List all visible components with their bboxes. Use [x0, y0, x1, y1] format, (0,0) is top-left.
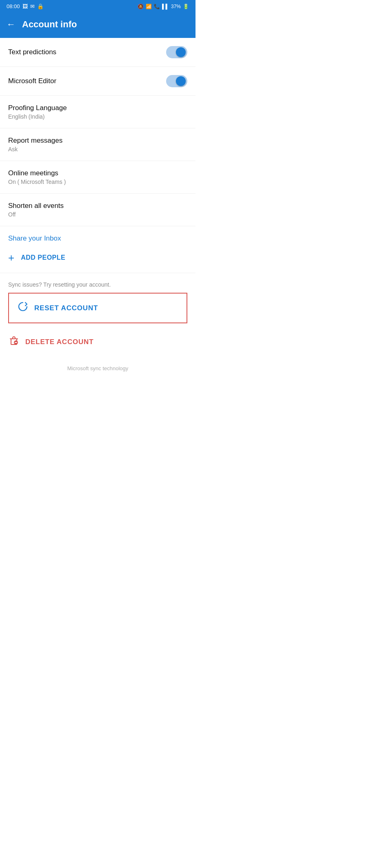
content-area: Text predictions Microsoft Editor Proofi… — [0, 38, 196, 384]
status-time: 08:00 — [7, 3, 20, 9]
status-left: 08:00 🖼 ✉ 🔒 — [7, 3, 44, 9]
reset-icon — [17, 301, 29, 315]
back-button[interactable]: ← — [7, 19, 16, 30]
footer-text: Microsoft sync technology — [0, 357, 196, 384]
report-messages-row[interactable]: Report messages Ask — [0, 128, 196, 161]
report-messages-label: Report messages — [8, 137, 187, 145]
mute-icon: 🔕 — [138, 4, 144, 9]
microsoft-editor-row[interactable]: Microsoft Editor — [0, 67, 196, 96]
sync-hint: Sync issues? Try resetting your account. — [0, 273, 196, 293]
add-people-label: ADD PEOPLE — [21, 254, 65, 261]
shorten-events-label: Shorten all events — [8, 202, 187, 210]
online-meetings-row[interactable]: Online meetings On ( Microsoft Teams ) — [0, 161, 196, 194]
online-meetings-value: On ( Microsoft Teams ) — [8, 179, 187, 185]
signal-icon: ▌▌ — [162, 4, 169, 9]
delete-account-label: DELETE ACCOUNT — [25, 338, 93, 346]
online-meetings-label: Online meetings — [8, 169, 187, 177]
battery-percent: 37% — [171, 4, 181, 9]
mail-icon: ✉ — [30, 3, 35, 9]
microsoft-editor-label-group: Microsoft Editor — [8, 77, 56, 85]
proofing-language-value: English (India) — [8, 113, 187, 120]
reset-account-label: RESET ACCOUNT — [34, 304, 98, 312]
status-bar: 08:00 🖼 ✉ 🔒 🔕 📶 📞 ▌▌ 37% 🔋 — [0, 0, 196, 13]
delete-account-button[interactable]: DELETE ACCOUNT — [0, 330, 196, 357]
share-inbox-link[interactable]: Share your Inbox — [0, 226, 196, 246]
status-right: 🔕 📶 📞 ▌▌ 37% 🔋 — [138, 4, 189, 9]
delete-icon — [8, 335, 20, 349]
reset-account-button[interactable]: RESET ACCOUNT — [8, 293, 187, 323]
image-icon: 🖼 — [22, 3, 28, 9]
shorten-events-row[interactable]: Shorten all events Off — [0, 194, 196, 226]
add-people-row[interactable]: + ADD PEOPLE — [0, 246, 196, 273]
text-predictions-toggle[interactable] — [166, 46, 187, 58]
add-people-icon: + — [8, 252, 14, 263]
lock-icon: 🔒 — [37, 3, 44, 9]
text-predictions-row[interactable]: Text predictions — [0, 38, 196, 67]
proofing-language-label: Proofing Language — [8, 104, 187, 112]
page-title: Account info — [22, 19, 77, 30]
toggle-thumb — [176, 47, 186, 57]
toggle-thumb-2 — [176, 76, 186, 86]
shorten-events-value: Off — [8, 211, 187, 218]
microsoft-editor-label: Microsoft Editor — [8, 77, 56, 85]
wifi-icon: 📶 — [146, 4, 152, 9]
report-messages-value: Ask — [8, 146, 187, 152]
text-predictions-label-group: Text predictions — [8, 48, 56, 56]
battery-icon: 🔋 — [183, 4, 189, 9]
page-header: ← Account info — [0, 13, 196, 38]
proofing-language-row[interactable]: Proofing Language English (India) — [0, 96, 196, 128]
microsoft-editor-toggle[interactable] — [166, 75, 187, 87]
text-predictions-label: Text predictions — [8, 48, 56, 56]
call-icon: 📞 — [154, 4, 160, 9]
